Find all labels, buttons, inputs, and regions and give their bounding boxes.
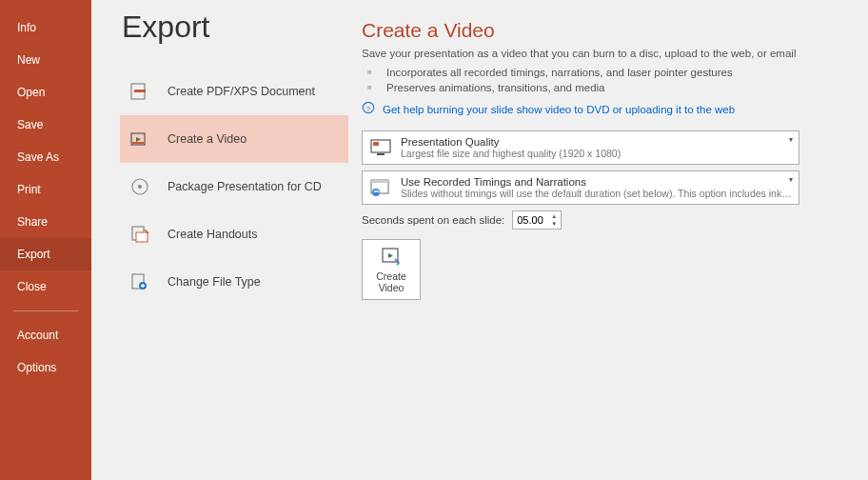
- spinner-down[interactable]: ▼: [548, 220, 560, 228]
- help-icon: ?: [362, 101, 375, 117]
- export-filetype-label: Change File Type: [168, 275, 261, 289]
- cd-icon: [129, 176, 150, 197]
- create-video-label: Create Video: [376, 270, 406, 293]
- export-cd-label: Package Presentation for CD: [168, 180, 322, 193]
- nav-save-as[interactable]: Save As: [0, 141, 91, 173]
- svg-rect-8: [136, 232, 148, 242]
- svg-marker-20: [388, 253, 393, 258]
- quality-body: Presentation Quality Largest file size a…: [401, 136, 793, 159]
- detail-subtitle: Save your presentation as a video that y…: [362, 48, 845, 59]
- svg-rect-13: [371, 140, 390, 152]
- export-types-column: Export Create PDF/XPS Document Create a …: [91, 0, 362, 480]
- nav-print[interactable]: Print: [0, 173, 91, 206]
- nav-options[interactable]: Options: [0, 351, 91, 384]
- chevron-down-icon: ▾: [789, 175, 793, 184]
- export-video-label: Create a Video: [168, 132, 247, 146]
- spinner-buttons: ▲ ▼: [548, 212, 560, 228]
- export-detail-panel: Create a Video Save your presentation as…: [362, 0, 868, 480]
- page-title: Export: [122, 10, 348, 45]
- bullet-1: Incorporates all recorded timings, narra…: [379, 65, 845, 80]
- monitor-icon: [368, 135, 393, 160]
- help-row: ? Get help burning your slide show video…: [362, 101, 845, 117]
- nav-close[interactable]: Close: [0, 270, 91, 303]
- backstage-sidebar: Info New Open Save Save As Print Share E…: [0, 0, 91, 480]
- timings-dropdown[interactable]: Use Recorded Timings and Narrations Slid…: [362, 170, 799, 205]
- seconds-spinner[interactable]: ▲ ▼: [512, 210, 562, 230]
- export-create-video[interactable]: Create a Video: [120, 115, 348, 163]
- app-root: Info New Open Save Save As Print Share E…: [0, 0, 868, 480]
- svg-rect-17: [371, 180, 388, 183]
- timings-sub: Slides without timings will use the defa…: [401, 188, 793, 199]
- create-video-button[interactable]: Create Video: [362, 239, 421, 300]
- timings-icon: [368, 175, 393, 200]
- svg-rect-4: [132, 142, 144, 144]
- export-handouts[interactable]: Create Handouts: [120, 210, 348, 258]
- svg-rect-1: [134, 90, 146, 92]
- chevron-down-icon: ▾: [789, 135, 793, 144]
- export-change-type[interactable]: Change File Type: [120, 258, 348, 306]
- svg-rect-15: [373, 142, 379, 146]
- quality-title: Presentation Quality: [401, 136, 793, 148]
- svg-rect-14: [377, 153, 385, 155]
- main-area: Export Create PDF/XPS Document Create a …: [91, 0, 868, 480]
- nav-open[interactable]: Open: [0, 76, 91, 109]
- export-pdf-xps[interactable]: Create PDF/XPS Document: [120, 68, 348, 115]
- export-pdf-label: Create PDF/XPS Document: [168, 85, 315, 98]
- detail-bullet-list: Incorporates all recorded timings, narra…: [362, 65, 845, 95]
- seconds-label: Seconds spent on each slide:: [362, 214, 504, 226]
- filetype-icon: [129, 271, 150, 292]
- video-icon: [129, 129, 150, 150]
- svg-point-6: [138, 185, 142, 189]
- detail-title: Create a Video: [362, 19, 845, 42]
- timings-title: Use Recorded Timings and Narrations: [401, 176, 793, 188]
- nav-account[interactable]: Account: [0, 319, 91, 351]
- handouts-icon: [129, 224, 150, 245]
- seconds-row: Seconds spent on each slide: ▲ ▼: [362, 210, 845, 230]
- quality-sub: Largest file size and highest quality (1…: [401, 148, 793, 159]
- timings-body: Use Recorded Timings and Narrations Slid…: [401, 176, 793, 199]
- nav-new[interactable]: New: [0, 44, 91, 76]
- quality-dropdown[interactable]: Presentation Quality Largest file size a…: [362, 130, 799, 165]
- bullet-2: Preserves animations, transitions, and m…: [379, 80, 845, 95]
- pdf-icon: [129, 81, 150, 102]
- seconds-input[interactable]: [513, 211, 545, 229]
- help-link[interactable]: Get help burning your slide show video t…: [383, 104, 735, 115]
- create-video-icon: [380, 246, 403, 267]
- nav-info[interactable]: Info: [0, 11, 91, 44]
- svg-text:?: ?: [366, 105, 371, 113]
- sidebar-divider: [13, 310, 78, 311]
- export-handouts-label: Create Handouts: [168, 228, 258, 241]
- export-type-list: Create PDF/XPS Document Create a Video P…: [120, 68, 348, 306]
- nav-share[interactable]: Share: [0, 206, 91, 238]
- svg-marker-3: [136, 137, 141, 142]
- nav-export[interactable]: Export: [0, 238, 91, 270]
- spinner-up[interactable]: ▲: [548, 212, 560, 220]
- export-package-cd[interactable]: Package Presentation for CD: [120, 163, 348, 210]
- nav-save[interactable]: Save: [0, 109, 91, 141]
